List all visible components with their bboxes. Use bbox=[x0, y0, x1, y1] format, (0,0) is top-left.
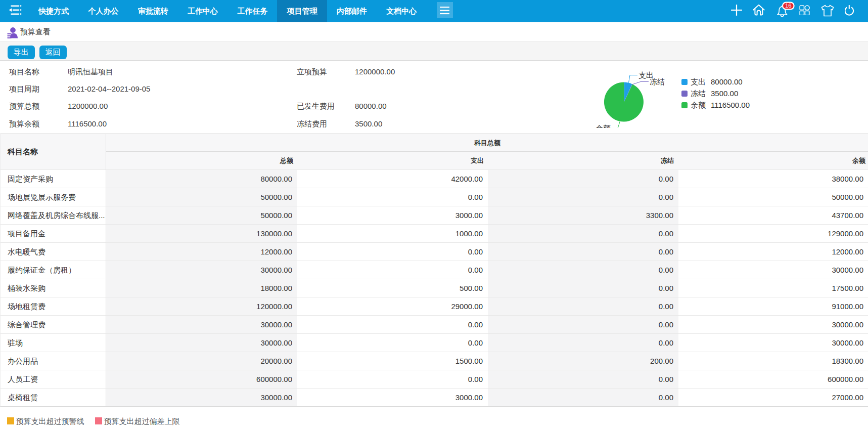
svg-text:冻结: 冻结 bbox=[650, 77, 665, 86]
svg-text:余额: 余额 bbox=[596, 124, 611, 128]
svg-text:16: 16 bbox=[785, 3, 792, 9]
